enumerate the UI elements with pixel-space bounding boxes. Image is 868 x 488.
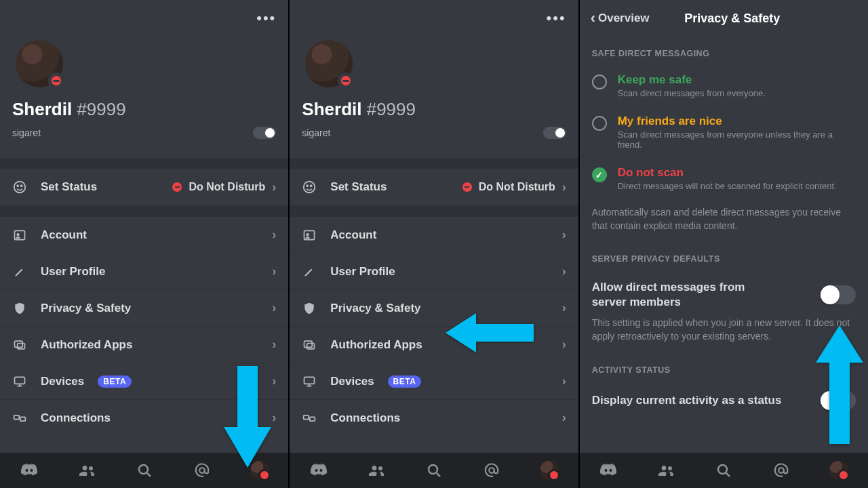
server-privacy-header: SERVER PRIVACY DEFAULTS xyxy=(580,242,868,270)
dnd-dot-icon xyxy=(172,182,182,192)
option-do-not-scan[interactable]: Do not scan Direct messages will not be … xyxy=(580,158,868,199)
avatar-mini[interactable] xyxy=(248,459,271,482)
devices-label: Devices xyxy=(330,375,374,388)
apps-icon xyxy=(12,338,27,352)
svg-point-13 xyxy=(307,185,309,186)
profile-subtext: sigaret xyxy=(302,127,330,138)
privacy-safety-panel: ‹ Overview Privacy & Safety SAFE DIRECT … xyxy=(580,0,868,488)
profile-subtext: sigaret xyxy=(12,127,41,138)
smile-icon xyxy=(302,180,317,195)
set-status-row[interactable]: Set Status Do Not Disturb › xyxy=(0,169,288,205)
svg-rect-5 xyxy=(15,341,23,347)
activity-label: Display current activity as a status xyxy=(592,393,782,408)
spd-helptext: This setting is applied when you join a … xyxy=(580,310,868,352)
current-status: Do Not Disturb › xyxy=(462,180,566,195)
svg-point-0 xyxy=(14,182,26,193)
mentions-icon[interactable] xyxy=(770,459,793,482)
activity-toggle[interactable] xyxy=(821,391,856,410)
search-icon[interactable] xyxy=(133,459,156,482)
chevron-right-icon: › xyxy=(562,411,566,425)
chevron-right-icon: › xyxy=(562,228,566,242)
beta-badge: BETA xyxy=(98,375,132,388)
person-card-icon xyxy=(12,228,27,243)
set-status-label: Set Status xyxy=(330,180,387,194)
svg-point-4 xyxy=(16,233,19,236)
mentions-icon[interactable] xyxy=(480,459,503,482)
discriminator-text: #9999 xyxy=(367,99,416,119)
current-status: Do Not Disturb › xyxy=(172,180,276,195)
option-friends-nice[interactable]: My friends are nice Scan direct messages… xyxy=(580,106,868,158)
allow-dm-switch-row: Allow direct messages from server member… xyxy=(580,270,868,310)
friends-icon[interactable] xyxy=(75,459,98,482)
discord-icon[interactable] xyxy=(18,459,41,482)
search-icon[interactable] xyxy=(712,459,735,482)
svg-point-24 xyxy=(718,465,727,474)
allow-dm-toggle[interactable] xyxy=(821,285,856,304)
svg-rect-7 xyxy=(15,377,25,384)
authorized-apps-row[interactable]: Authorized Apps › xyxy=(0,326,288,363)
avatar[interactable] xyxy=(12,37,66,91)
svg-point-14 xyxy=(311,185,312,186)
chevron-right-icon: › xyxy=(272,374,276,388)
privacy-safety-row[interactable]: Privacy & Safety › xyxy=(290,289,578,326)
friends-icon[interactable] xyxy=(654,459,677,482)
devices-row[interactable]: Devices BETA › xyxy=(0,363,288,399)
avatar[interactable] xyxy=(302,37,356,91)
mentions-icon[interactable] xyxy=(191,459,214,482)
svg-rect-9 xyxy=(20,417,26,421)
svg-point-10 xyxy=(139,465,148,474)
settings-panel-step2: ••• Sherdil #9999 sigaret xyxy=(290,0,579,488)
account-label: Account xyxy=(41,228,87,242)
svg-rect-18 xyxy=(307,343,315,348)
user-profile-row[interactable]: User Profile › xyxy=(290,253,578,289)
svg-point-16 xyxy=(307,233,309,236)
profile-header: Sherdil #9999 sigaret xyxy=(290,37,578,158)
account-row[interactable]: Account › xyxy=(290,216,578,253)
search-icon[interactable] xyxy=(422,459,446,482)
more-icon[interactable]: ••• xyxy=(256,9,276,27)
pencil-icon xyxy=(302,264,317,279)
connections-icon xyxy=(12,411,27,426)
activity-switch-row: Display current activity as a status xyxy=(580,382,868,420)
avatar-mini[interactable] xyxy=(538,459,561,482)
activity-status-header: ACTIVITY STATUS xyxy=(580,353,868,382)
username-text: Sherdil xyxy=(302,99,361,119)
radio-checked-icon xyxy=(592,167,607,182)
bottom-nav xyxy=(0,453,288,488)
chevron-right-icon: › xyxy=(272,228,276,242)
chevron-right-icon: › xyxy=(272,180,276,195)
top-bar: ••• xyxy=(0,0,288,37)
bottom-nav xyxy=(580,453,868,488)
svg-point-12 xyxy=(304,182,315,193)
devices-row[interactable]: Devices BETA › xyxy=(290,363,578,399)
option-desc: Scan direct messages from everyone. xyxy=(618,88,766,98)
avatar-mini[interactable] xyxy=(827,459,850,482)
top-bar: ••• xyxy=(290,0,578,37)
option-desc: Direct messages will not be scanned for … xyxy=(618,181,837,191)
status-dnd-icon xyxy=(338,73,354,89)
privacy-safety-row[interactable]: Privacy & Safety › xyxy=(0,289,288,326)
mini-toggle[interactable] xyxy=(543,127,566,139)
mini-toggle[interactable] xyxy=(253,127,276,139)
connections-row[interactable]: Connections › xyxy=(290,399,578,436)
profile-header: Sherdil #9999 sigaret xyxy=(0,37,288,158)
profile-name: Sherdil #9999 xyxy=(302,99,566,120)
svg-rect-17 xyxy=(304,341,313,347)
more-icon[interactable]: ••• xyxy=(547,9,566,27)
chevron-right-icon: › xyxy=(562,264,566,279)
svg-point-11 xyxy=(199,468,205,473)
connections-icon xyxy=(302,411,317,426)
user-profile-row[interactable]: User Profile › xyxy=(0,253,288,289)
connections-row[interactable]: Connections › xyxy=(0,399,288,436)
account-row[interactable]: Account › xyxy=(0,216,288,253)
set-status-row[interactable]: Set Status Do Not Disturb › xyxy=(290,169,578,205)
discord-icon[interactable] xyxy=(307,459,330,482)
discord-icon[interactable] xyxy=(597,459,620,482)
smile-icon xyxy=(12,180,27,195)
sdm-helptext: Automatically scan and delete direct mes… xyxy=(580,199,868,242)
option-keep-me-safe[interactable]: Keep me safe Scan direct messages from e… xyxy=(580,65,868,106)
settings-panel-step1: ••• Sherdil #9999 sigaret xyxy=(0,0,290,488)
authorized-apps-row[interactable]: Authorized Apps › xyxy=(290,326,578,363)
friends-icon[interactable] xyxy=(365,459,388,482)
svg-rect-19 xyxy=(304,377,315,384)
